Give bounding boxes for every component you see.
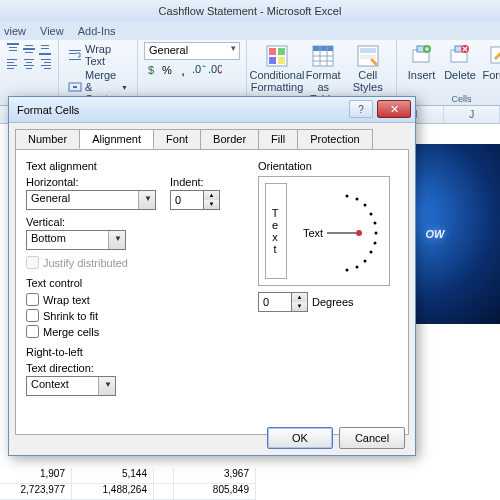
text-control-label: Text control <box>26 277 246 289</box>
dialog-title: Format Cells <box>17 104 79 116</box>
menu-item[interactable]: View <box>40 25 64 37</box>
svg-rect-9 <box>7 59 17 60</box>
wrap-checkbox-input[interactable] <box>26 293 39 306</box>
svg-point-52 <box>364 204 367 207</box>
cell[interactable] <box>154 484 174 500</box>
shrink-to-fit-checkbox[interactable]: Shrink to fit <box>26 309 246 322</box>
indent-spinner[interactable]: ▲▼ <box>170 190 220 210</box>
cell-styles-button[interactable]: Cell Styles <box>345 42 390 103</box>
format-as-table-button[interactable]: Format as Table <box>301 42 346 103</box>
column-header[interactable]: J <box>444 106 500 123</box>
vertical-label: Vertical: <box>26 216 156 228</box>
tab-font[interactable]: Font <box>153 129 201 149</box>
text-alignment-group: Text alignment Horizontal: General Verti… <box>26 160 246 269</box>
tab-protection[interactable]: Protection <box>297 129 373 149</box>
svg-rect-40 <box>360 48 376 53</box>
cell[interactable]: 5,144 <box>72 468 154 484</box>
cell[interactable]: 3,967 <box>174 468 256 484</box>
degrees-spinner[interactable]: ▲▼ <box>258 292 308 312</box>
svg-rect-12 <box>7 68 14 69</box>
svg-rect-22 <box>69 53 77 54</box>
svg-rect-23 <box>69 59 81 60</box>
orientation-dial[interactable]: Text <box>299 187 381 277</box>
percent-icon[interactable]: % <box>160 63 174 77</box>
delete-label: Delete <box>444 69 476 81</box>
decrease-decimal-icon[interactable]: .00 <box>208 63 222 77</box>
cell[interactable]: 1,488,264 <box>72 484 154 500</box>
table-row: 2,723,977 1,488,264 805,849 <box>0 484 256 500</box>
svg-rect-30 <box>278 48 285 55</box>
cell[interactable]: 1,907 <box>0 468 72 484</box>
shrink-label: Shrink to fit <box>43 310 98 322</box>
dialog-buttons: OK Cancel <box>267 427 405 449</box>
orientation-control[interactable]: Text Text <box>258 176 390 286</box>
cell[interactable]: 805,849 <box>174 484 256 500</box>
text-direction-label: Text direction: <box>26 362 246 374</box>
currency-icon[interactable]: $ <box>144 63 158 77</box>
tab-number[interactable]: Number <box>15 129 80 149</box>
tab-border[interactable]: Border <box>200 129 259 149</box>
table-row: 1,907 5,144 3,967 <box>0 468 256 484</box>
degrees-input[interactable] <box>258 292 292 312</box>
align-bottom-icon[interactable] <box>38 42 52 56</box>
menu-item[interactable]: view <box>4 25 26 37</box>
svg-rect-18 <box>44 62 51 63</box>
svg-rect-7 <box>41 48 49 49</box>
conditional-formatting-button[interactable]: Conditional Formatting <box>253 42 301 103</box>
spin-down-icon[interactable]: ▼ <box>204 200 219 209</box>
conditional-formatting-icon <box>265 44 289 68</box>
svg-rect-5 <box>25 52 33 53</box>
ok-button[interactable]: OK <box>267 427 333 449</box>
comma-icon[interactable]: , <box>176 63 190 77</box>
wrap-text-icon <box>68 48 82 62</box>
cancel-button[interactable]: Cancel <box>339 427 405 449</box>
svg-rect-32 <box>278 57 285 64</box>
spin-up-icon[interactable]: ▲ <box>204 191 219 200</box>
chevron-down-icon: ▼ <box>121 84 128 91</box>
number-format-value: General <box>149 44 188 56</box>
close-button[interactable]: ✕ <box>377 100 411 118</box>
justify-distributed-checkbox: Justify distributed <box>26 256 246 269</box>
orientation-vertical-button[interactable]: Text <box>265 183 287 279</box>
help-button[interactable]: ? <box>349 100 373 118</box>
number-format-select[interactable]: General <box>144 42 240 60</box>
wrap-text-checkbox[interactable]: Wrap text <box>26 293 246 306</box>
rtl-label: Right-to-left <box>26 346 246 358</box>
horizontal-select[interactable]: General <box>26 190 156 210</box>
merge-cells-checkbox[interactable]: Merge cells <box>26 325 246 338</box>
tab-panel-alignment: Text alignment Horizontal: General Verti… <box>15 149 409 435</box>
align-left-icon[interactable] <box>6 57 20 71</box>
align-right-icon[interactable] <box>38 57 52 71</box>
align-center-icon[interactable] <box>22 57 36 71</box>
horizontal-value: General <box>31 192 70 204</box>
align-top-icon[interactable] <box>6 42 20 56</box>
tab-alignment[interactable]: Alignment <box>79 129 154 149</box>
spin-up-icon[interactable]: ▲ <box>292 293 307 302</box>
vertical-select[interactable]: Bottom <box>26 230 126 250</box>
tab-fill[interactable]: Fill <box>258 129 298 149</box>
shrink-checkbox-input[interactable] <box>26 309 39 322</box>
svg-rect-11 <box>7 65 17 66</box>
format-cells-dialog: Format Cells ? ✕ Number Alignment Font B… <box>8 96 416 456</box>
cell[interactable]: 2,723,977 <box>0 484 72 500</box>
merge-checkbox-input[interactable] <box>26 325 39 338</box>
dialog-title-bar[interactable]: Format Cells ? ✕ <box>9 97 415 123</box>
svg-rect-16 <box>26 68 32 69</box>
text-direction-select[interactable]: Context <box>26 376 116 396</box>
vertical-value: Bottom <box>31 232 66 244</box>
merge-label: Merge cells <box>43 326 99 338</box>
orientation-label: Orientation <box>258 160 398 172</box>
svg-text:.0: .0 <box>192 64 201 75</box>
svg-rect-25 <box>73 86 77 88</box>
wrap-text-button[interactable]: Wrap Text <box>65 42 131 68</box>
spin-down-icon[interactable]: ▼ <box>292 302 307 311</box>
menu-item[interactable]: Add-Ins <box>78 25 116 37</box>
svg-rect-20 <box>44 68 51 69</box>
svg-rect-2 <box>9 50 17 51</box>
indent-input[interactable] <box>170 190 204 210</box>
format-icon <box>488 44 500 68</box>
wrap-label: Wrap text <box>43 294 90 306</box>
increase-decimal-icon[interactable]: .0 <box>192 63 206 77</box>
align-middle-icon[interactable] <box>22 42 36 56</box>
cell[interactable] <box>154 468 174 484</box>
